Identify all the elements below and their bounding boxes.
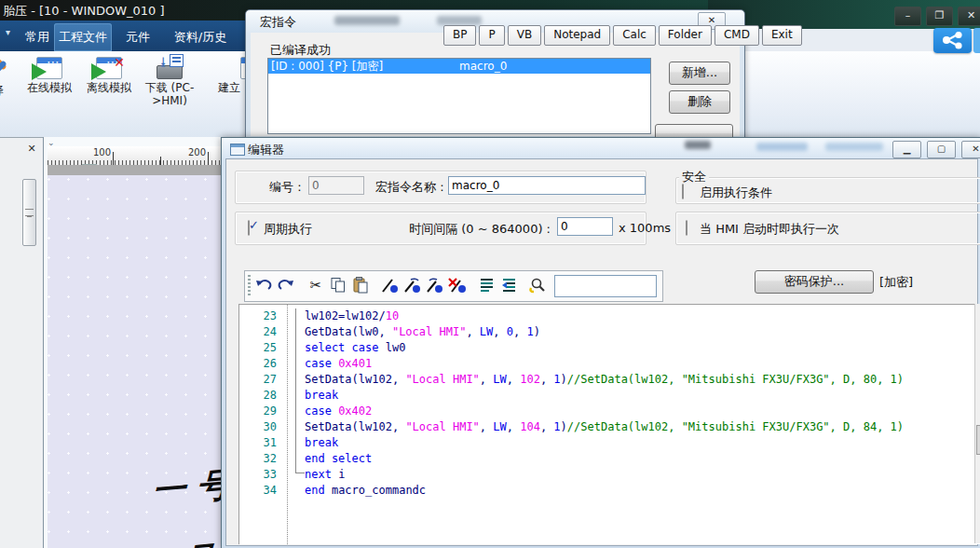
run-once-label: 当 HMI 启动时即执行一次 [700, 221, 839, 238]
toolbar-item-online-sim[interactable]: ••• 在线模拟 [20, 54, 78, 94]
compile-status-text: 已编译成功 [270, 42, 331, 59]
tab-data-history[interactable]: 资料/历史 [164, 27, 237, 48]
editor-window-controls: ▁ ▢ ✕ [892, 141, 980, 158]
cut-icon[interactable]: ✂ [306, 276, 325, 295]
copy-icon[interactable] [329, 276, 347, 295]
code-editor[interactable]: 23lw102=lw102/1024GetData(lw0, "Local HM… [238, 304, 980, 544]
macro-name-label: 宏指令名称 : [375, 179, 444, 196]
toolbar-item-offline-sim[interactable]: •••✕ 离线模拟 [80, 54, 138, 94]
editor-window-title: 编辑器 [248, 142, 284, 158]
folder-button[interactable]: Folder [659, 25, 712, 46]
interval-label: 时间间隔 (0 ~ 864000) : [409, 221, 551, 238]
share-icon [940, 31, 965, 50]
code-line[interactable]: 23lw102=lw102/10 [239, 308, 980, 324]
blurred-background-artifact [825, 143, 883, 151]
editor-maximize-button[interactable]: ▢ [927, 141, 956, 158]
code-line[interactable]: 25select case lw0 [239, 340, 980, 356]
bookmark-next-icon[interactable] [403, 276, 422, 295]
toolbar-item-compile[interactable]: 译 [0, 54, 17, 97]
blurred-background-artifact [437, 16, 482, 25]
editor-window-icon [230, 144, 245, 156]
offline-simulation-icon: •••✕ [96, 57, 122, 79]
interval-unit-label: x 100ms [619, 221, 671, 235]
design-canvas[interactable]: 一号二号 [48, 175, 222, 548]
p-button[interactable]: P [479, 25, 504, 46]
code-line[interactable]: 33next i [239, 467, 980, 483]
quick-access-chevron-icon[interactable]: ▾ [6, 27, 10, 37]
blurred-background-artifact [334, 16, 400, 25]
horizontal-ruler: 100200 [48, 146, 222, 166]
code-vertical-scrollbar[interactable] [974, 304, 980, 543]
code-line[interactable]: 34end macro_commandc [239, 483, 980, 499]
scrollbar-thumb[interactable] [976, 425, 980, 455]
calc-button[interactable]: Calc [613, 25, 656, 46]
code-line[interactable]: 29case 0x402 [239, 404, 980, 419]
code-line[interactable]: 31break [239, 435, 980, 451]
periodic-checkbox[interactable] [248, 220, 250, 236]
redo-icon[interactable] [277, 276, 295, 295]
security-label: 安全 [679, 169, 709, 185]
find-replace-icon[interactable] [528, 276, 547, 295]
editor-client-area: 编号 : 宏指令名称 : 安全 启用执行条件 周期执行 时间间隔 (0 ~ 86… [225, 158, 978, 546]
periodic-label: 周期执行 [264, 221, 312, 238]
run-once-checkbox[interactable] [686, 220, 687, 236]
editor-close-button[interactable]: ✕ [961, 141, 980, 158]
blurred-background-artifact [685, 141, 711, 149]
search-input[interactable] [554, 275, 657, 297]
compile-icon [0, 54, 12, 82]
exit-button[interactable]: Exit [762, 25, 802, 46]
toolbar-item-download[interactable]: ⭳ 下载 (PC->HMI) [142, 54, 197, 107]
editor-minimize-button[interactable]: ▁ [892, 141, 921, 158]
macro-name-input[interactable] [448, 176, 646, 195]
macro-id-input[interactable] [308, 176, 364, 195]
code-line[interactable]: 26case 0x401 [239, 356, 980, 372]
undo-icon[interactable] [254, 276, 273, 295]
code-line[interactable]: 30SetData(lw102, "Local HMI", LW, 104, 1… [239, 419, 980, 435]
ruler-label: 200 [188, 147, 208, 158]
share-overlay-badge[interactable] [933, 28, 972, 53]
tab-common[interactable]: 常用 [17, 27, 58, 48]
delete-macro-button[interactable]: 删除 [669, 90, 730, 114]
canvas-text: 二号 [137, 536, 222, 548]
bp-button[interactable]: BP [443, 25, 476, 46]
bookmark-clear-icon[interactable] [448, 276, 467, 295]
bookmark-toggle-icon[interactable] [381, 276, 400, 295]
macro-list[interactable]: [ID : 000] {P} [加密]macro_0 [267, 58, 651, 134]
toolbar-grip[interactable] [248, 275, 251, 297]
close-button[interactable]: ✕ [958, 7, 980, 26]
panel-splitter-handle[interactable] [22, 179, 36, 246]
cmd-button[interactable]: CMD [715, 25, 759, 46]
macro-list-item[interactable]: [ID : 000] {P} [加密]macro_0 [268, 59, 650, 74]
minimize-button[interactable]: – [894, 7, 921, 26]
macro-editor-window: 编辑器 ▁ ▢ ✕ 编号 : 宏指令名称 : 安全 启用执行条件 周期执行 时间… [221, 137, 980, 548]
code-line[interactable]: 32end select [239, 451, 980, 467]
indent-icon[interactable] [478, 276, 497, 295]
design-canvas-window: ⌄ 100200 ▲ 一号二号 [43, 137, 222, 548]
password-protect-button[interactable]: 密码保护... [755, 270, 874, 294]
bookmark-prev-icon[interactable] [426, 276, 444, 295]
partial-overlay-button[interactable] [973, 28, 980, 53]
app-title: 胎压 - [10 - WINDOW_010 ] [3, 3, 165, 20]
tab-project-file[interactable]: 工程文件 [54, 23, 112, 51]
left-dock-panel: ✕ [0, 137, 43, 548]
macro-dialog-client: 已编译成功 [ID : 000] {P} [加密]macro_0 新增... 删… [251, 33, 740, 136]
paste-icon[interactable] [351, 276, 370, 295]
canvas-top-margin [48, 165, 222, 175]
vb-button[interactable]: VB [508, 25, 541, 46]
code-line[interactable]: 24GetData(lw0, "Local HMI", LW, 0, 1) [239, 324, 980, 340]
interval-input[interactable] [557, 217, 613, 236]
main-window-controls: – ❐ ✕ [894, 7, 980, 26]
editor-toolbar: ✂ [244, 270, 663, 302]
outdent-icon[interactable] [500, 276, 519, 295]
macro-dialog-title: 宏指令 [260, 14, 296, 31]
notepad-button[interactable]: Notepad [544, 25, 610, 46]
maximize-button[interactable]: ❐ [926, 7, 953, 26]
tab-components[interactable]: 元件 [117, 27, 158, 48]
id-label: 编号 : [269, 179, 302, 196]
add-macro-button[interactable]: 新增... [669, 62, 730, 85]
canvas-text: 一号 [152, 461, 222, 515]
panel-close-icon[interactable]: ✕ [24, 143, 39, 157]
code-line[interactable]: 28break [239, 388, 980, 404]
code-line[interactable]: 27SetData(lw102, "Local HMI", LW, 102, 1… [239, 372, 980, 388]
enable-condition-checkbox[interactable] [682, 184, 684, 199]
